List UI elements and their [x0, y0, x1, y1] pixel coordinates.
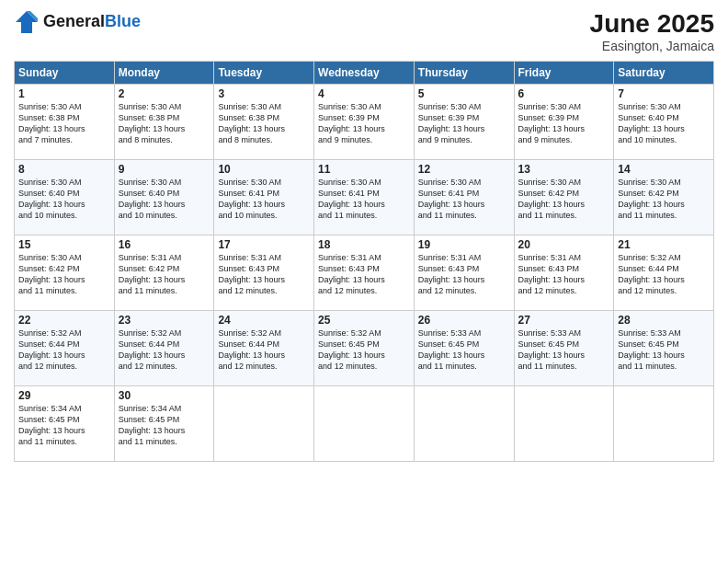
day-info: Sunrise: 5:30 AM Sunset: 6:39 PM Dayligh… — [518, 101, 610, 146]
day-info: Sunrise: 5:34 AM Sunset: 6:45 PM Dayligh… — [18, 403, 110, 448]
day-info: Sunrise: 5:30 AM Sunset: 6:42 PM Dayligh… — [518, 177, 610, 222]
calendar-cell: 10Sunrise: 5:30 AM Sunset: 6:41 PM Dayli… — [214, 160, 314, 236]
month-year: June 2025 — [590, 9, 714, 39]
day-number: 27 — [518, 314, 610, 327]
day-number: 23 — [119, 314, 210, 327]
location: Easington, Jamaica — [590, 39, 714, 53]
day-info: Sunrise: 5:30 AM Sunset: 6:38 PM Dayligh… — [119, 101, 210, 146]
day-info: Sunrise: 5:30 AM Sunset: 6:39 PM Dayligh… — [418, 101, 510, 146]
day-number: 16 — [119, 238, 210, 251]
calendar-cell: 27Sunrise: 5:33 AM Sunset: 6:45 PM Dayli… — [514, 311, 614, 386]
calendar-cell: 7Sunrise: 5:30 AM Sunset: 6:40 PM Daylig… — [614, 85, 714, 160]
day-number: 28 — [618, 314, 710, 327]
day-info: Sunrise: 5:31 AM Sunset: 6:43 PM Dayligh… — [318, 252, 410, 297]
day-info: Sunrise: 5:30 AM Sunset: 6:42 PM Dayligh… — [18, 252, 110, 297]
weekday-header: Sunday — [15, 62, 115, 85]
day-info: Sunrise: 5:31 AM Sunset: 6:42 PM Dayligh… — [119, 252, 210, 297]
day-number: 2 — [119, 87, 210, 100]
calendar-header-row: SundayMondayTuesdayWednesdayThursdayFrid… — [15, 62, 714, 85]
svg-marker-0 — [16, 11, 38, 33]
calendar-cell: 17Sunrise: 5:31 AM Sunset: 6:43 PM Dayli… — [214, 236, 314, 311]
calendar-cell — [214, 386, 314, 462]
day-number: 5 — [418, 87, 510, 100]
day-info: Sunrise: 5:30 AM Sunset: 6:40 PM Dayligh… — [119, 177, 210, 222]
day-info: Sunrise: 5:34 AM Sunset: 6:45 PM Dayligh… — [119, 403, 210, 448]
calendar-cell: 8Sunrise: 5:30 AM Sunset: 6:40 PM Daylig… — [15, 160, 115, 236]
weekday-header: Wednesday — [314, 62, 415, 85]
day-info: Sunrise: 5:32 AM Sunset: 6:44 PM Dayligh… — [18, 327, 110, 373]
calendar-cell: 24Sunrise: 5:32 AM Sunset: 6:44 PM Dayli… — [214, 311, 314, 386]
day-info: Sunrise: 5:32 AM Sunset: 6:44 PM Dayligh… — [218, 327, 310, 373]
day-number: 3 — [218, 87, 310, 100]
day-info: Sunrise: 5:30 AM Sunset: 6:38 PM Dayligh… — [18, 101, 110, 146]
calendar-cell: 14Sunrise: 5:30 AM Sunset: 6:42 PM Dayli… — [614, 160, 714, 236]
day-number: 18 — [318, 238, 410, 251]
day-info: Sunrise: 5:30 AM Sunset: 6:41 PM Dayligh… — [218, 177, 310, 222]
day-info: Sunrise: 5:31 AM Sunset: 6:43 PM Dayligh… — [418, 252, 510, 297]
day-info: Sunrise: 5:33 AM Sunset: 6:45 PM Dayligh… — [618, 327, 710, 373]
day-number: 30 — [119, 389, 210, 402]
logo-icon — [14, 9, 40, 35]
day-number: 13 — [518, 163, 610, 176]
day-info: Sunrise: 5:33 AM Sunset: 6:45 PM Dayligh… — [418, 327, 510, 373]
calendar-week-row: 29Sunrise: 5:34 AM Sunset: 6:45 PM Dayli… — [15, 386, 714, 462]
day-info: Sunrise: 5:32 AM Sunset: 6:44 PM Dayligh… — [119, 327, 210, 373]
calendar-cell — [414, 386, 514, 462]
day-number: 21 — [618, 238, 710, 251]
calendar-cell: 9Sunrise: 5:30 AM Sunset: 6:40 PM Daylig… — [114, 160, 214, 236]
day-number: 25 — [318, 314, 410, 327]
calendar-cell: 29Sunrise: 5:34 AM Sunset: 6:45 PM Dayli… — [15, 386, 115, 462]
day-number: 9 — [119, 163, 210, 176]
day-number: 8 — [18, 163, 110, 176]
calendar-cell: 21Sunrise: 5:32 AM Sunset: 6:44 PM Dayli… — [614, 236, 714, 311]
calendar-cell: 30Sunrise: 5:34 AM Sunset: 6:45 PM Dayli… — [114, 386, 214, 462]
calendar-cell — [614, 386, 714, 462]
weekday-header: Monday — [114, 62, 214, 85]
weekday-header: Friday — [514, 62, 614, 85]
day-info: Sunrise: 5:30 AM Sunset: 6:38 PM Dayligh… — [218, 101, 310, 146]
day-number: 14 — [618, 163, 710, 176]
day-number: 24 — [218, 314, 310, 327]
calendar-cell: 18Sunrise: 5:31 AM Sunset: 6:43 PM Dayli… — [314, 236, 415, 311]
calendar-cell: 19Sunrise: 5:31 AM Sunset: 6:43 PM Dayli… — [414, 236, 514, 311]
calendar-cell: 4Sunrise: 5:30 AM Sunset: 6:39 PM Daylig… — [314, 85, 415, 160]
day-info: Sunrise: 5:32 AM Sunset: 6:44 PM Dayligh… — [618, 252, 710, 297]
day-number: 11 — [318, 163, 410, 176]
day-number: 26 — [418, 314, 510, 327]
header: GeneralBlue June 2025 Easington, Jamaica — [14, 9, 714, 53]
calendar-cell: 26Sunrise: 5:33 AM Sunset: 6:45 PM Dayli… — [414, 311, 514, 386]
weekday-header: Thursday — [414, 62, 514, 85]
calendar-cell: 16Sunrise: 5:31 AM Sunset: 6:42 PM Dayli… — [114, 236, 214, 311]
calendar-cell: 20Sunrise: 5:31 AM Sunset: 6:43 PM Dayli… — [514, 236, 614, 311]
calendar-cell: 6Sunrise: 5:30 AM Sunset: 6:39 PM Daylig… — [514, 85, 614, 160]
day-number: 22 — [18, 314, 110, 327]
day-number: 7 — [618, 87, 710, 100]
logo-text: GeneralBlue — [43, 13, 141, 31]
calendar-cell — [314, 386, 415, 462]
logo: GeneralBlue — [14, 9, 141, 35]
day-number: 1 — [18, 87, 110, 100]
calendar-week-row: 8Sunrise: 5:30 AM Sunset: 6:40 PM Daylig… — [15, 160, 714, 236]
day-info: Sunrise: 5:31 AM Sunset: 6:43 PM Dayligh… — [218, 252, 310, 297]
day-info: Sunrise: 5:30 AM Sunset: 6:42 PM Dayligh… — [618, 177, 710, 222]
calendar-cell: 11Sunrise: 5:30 AM Sunset: 6:41 PM Dayli… — [314, 160, 415, 236]
calendar-cell: 25Sunrise: 5:32 AM Sunset: 6:45 PM Dayli… — [314, 311, 415, 386]
calendar-cell: 5Sunrise: 5:30 AM Sunset: 6:39 PM Daylig… — [414, 85, 514, 160]
day-info: Sunrise: 5:30 AM Sunset: 6:40 PM Dayligh… — [18, 177, 110, 222]
calendar-cell: 12Sunrise: 5:30 AM Sunset: 6:41 PM Dayli… — [414, 160, 514, 236]
calendar-cell: 15Sunrise: 5:30 AM Sunset: 6:42 PM Dayli… — [15, 236, 115, 311]
day-info: Sunrise: 5:30 AM Sunset: 6:39 PM Dayligh… — [318, 101, 410, 146]
calendar-cell: 13Sunrise: 5:30 AM Sunset: 6:42 PM Dayli… — [514, 160, 614, 236]
calendar-week-row: 1Sunrise: 5:30 AM Sunset: 6:38 PM Daylig… — [15, 85, 714, 160]
day-info: Sunrise: 5:32 AM Sunset: 6:45 PM Dayligh… — [318, 327, 410, 373]
day-info: Sunrise: 5:33 AM Sunset: 6:45 PM Dayligh… — [518, 327, 610, 373]
calendar: SundayMondayTuesdayWednesdayThursdayFrid… — [14, 61, 714, 462]
calendar-cell: 2Sunrise: 5:30 AM Sunset: 6:38 PM Daylig… — [114, 85, 214, 160]
day-info: Sunrise: 5:30 AM Sunset: 6:41 PM Dayligh… — [318, 177, 410, 222]
calendar-cell: 23Sunrise: 5:32 AM Sunset: 6:44 PM Dayli… — [114, 311, 214, 386]
day-number: 29 — [18, 389, 110, 402]
calendar-cell: 1Sunrise: 5:30 AM Sunset: 6:38 PM Daylig… — [15, 85, 115, 160]
day-number: 12 — [418, 163, 510, 176]
calendar-cell — [514, 386, 614, 462]
day-number: 20 — [518, 238, 610, 251]
